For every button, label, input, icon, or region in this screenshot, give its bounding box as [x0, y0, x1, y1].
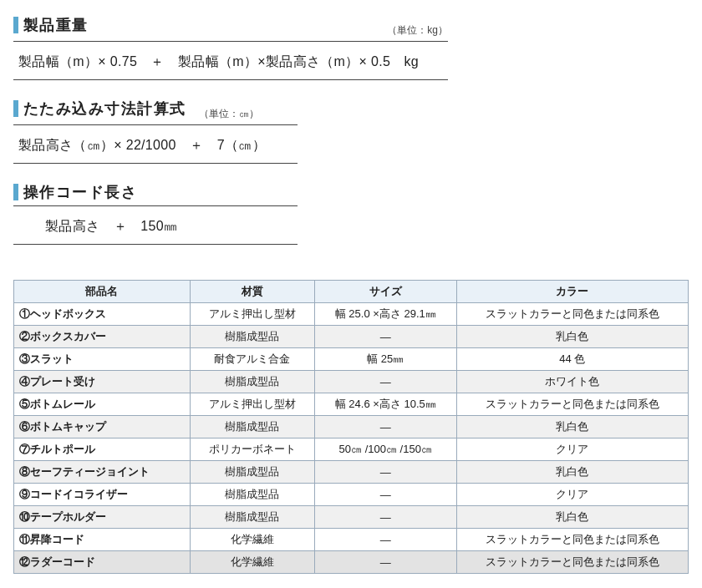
cell-size: ―: [314, 506, 456, 529]
table-row: ⑤ボトムレールアルミ押出し型材幅 24.6 ×高さ 10.5㎜スラットカラーと同…: [14, 393, 689, 416]
row-number-icon: ⑤: [19, 398, 30, 410]
part-name-text: スラット: [30, 352, 74, 365]
row-number-icon: ⑫: [19, 555, 30, 568]
part-name: ②ボックスカバー: [14, 326, 191, 348]
part-name-text: ボックスカバー: [30, 330, 106, 342]
part-name-text: セーフティージョイント: [30, 465, 150, 478]
part-name-text: コードイコライザー: [30, 488, 128, 500]
part-name: ④プレート受け: [14, 371, 191, 393]
part-name: ⑫ラダーコード: [14, 551, 191, 574]
table-row: ⑪昇降コード化学繊維―スラットカラーと同色または同系色: [14, 529, 689, 551]
cell-size: ―: [314, 461, 456, 484]
row-number-icon: ⑩: [19, 510, 30, 523]
table-row: ②ボックスカバー樹脂成型品―乳白色: [14, 326, 689, 348]
cell-material: 化学繊維: [190, 529, 314, 551]
cell-size: 幅 25.0 ×高さ 29.1㎜: [314, 303, 456, 326]
formula: 製品高さ ＋ 150㎜: [13, 206, 298, 245]
part-name-text: ボトムレール: [30, 398, 95, 410]
table-row: ③スラット耐食アルミ合金幅 25㎜44 色: [14, 348, 689, 371]
cell-color: ホワイト色: [456, 371, 688, 393]
cell-color: 44 色: [456, 348, 688, 371]
cell-size: ―: [314, 551, 456, 574]
part-name-text: ボトムキャップ: [30, 420, 106, 433]
part-name: ⑪昇降コード: [14, 529, 191, 551]
cell-material: 耐食アルミ合金: [190, 348, 314, 371]
col-header: カラー: [456, 281, 688, 303]
unit-label: （単位：kg）: [387, 23, 448, 38]
part-name: ⑥ボトムキャップ: [14, 416, 191, 438]
table-row: ⑥ボトムキャップ樹脂成型品―乳白色: [14, 416, 689, 438]
part-name-text: プレート受け: [30, 375, 95, 388]
cell-material: アルミ押出し型材: [190, 303, 314, 326]
section-header: 製品重量（単位：kg）: [13, 15, 448, 42]
cell-color: 乳白色: [456, 416, 688, 438]
cell-size: ―: [314, 529, 456, 551]
part-name: ③スラット: [14, 348, 191, 371]
cell-color: クリア: [456, 438, 688, 461]
section-1: たたみ込み寸法計算式（単位：㎝）製品高さ（㎝）× 22/1000 ＋ 7（㎝）: [13, 99, 689, 164]
table-row: ⑨コードイコライザー樹脂成型品―クリア: [14, 484, 689, 506]
section-2: 操作コード長さ製品高さ ＋ 150㎜: [13, 182, 689, 245]
section-title: 製品重量: [13, 15, 89, 35]
part-name: ⑧セーフティージョイント: [14, 461, 191, 484]
cell-color: スラットカラーと同色または同系色: [456, 303, 688, 326]
cell-color: 乳白色: [456, 506, 688, 529]
section-header: たたみ込み寸法計算式（単位：㎝）: [13, 99, 298, 125]
row-number-icon: ①: [19, 307, 30, 320]
cell-material: 樹脂成型品: [190, 461, 314, 484]
unit-label: （単位：㎝）: [199, 107, 259, 121]
table-row: ⑦チルトポールポリカーボネート50㎝ /100㎝ /150㎝クリア: [14, 438, 689, 461]
section-0: 製品重量（単位：kg）製品幅（m）× 0.75 ＋ 製品幅（m）×製品高さ（m）…: [13, 15, 689, 80]
cell-material: アルミ押出し型材: [190, 393, 314, 416]
part-name: ⑦チルトポール: [14, 438, 191, 461]
cell-size: ―: [314, 326, 456, 348]
row-number-icon: ③: [19, 352, 30, 365]
cell-material: 化学繊維: [190, 551, 314, 574]
part-name-text: テープホルダー: [30, 510, 106, 523]
part-name-text: ラダーコード: [30, 555, 95, 568]
part-name-text: ヘッドボックス: [30, 307, 106, 320]
cell-color: スラットカラーと同色または同系色: [456, 551, 688, 574]
row-number-icon: ④: [19, 375, 30, 388]
cell-size: 50㎝ /100㎝ /150㎝: [314, 438, 456, 461]
cell-color: スラットカラーと同色または同系色: [456, 529, 688, 551]
cell-color: スラットカラーと同色または同系色: [456, 393, 688, 416]
cell-material: 樹脂成型品: [190, 416, 314, 438]
row-number-icon: ⑪: [19, 533, 30, 545]
part-name: ⑩テープホルダー: [14, 506, 191, 529]
part-name: ⑨コードイコライザー: [14, 484, 191, 506]
cell-material: 樹脂成型品: [190, 371, 314, 393]
col-header: サイズ: [314, 281, 456, 303]
cell-color: クリア: [456, 484, 688, 506]
col-header: 材質: [190, 281, 314, 303]
cell-size: 幅 25㎜: [314, 348, 456, 371]
section-title: たたみ込み寸法計算式: [13, 99, 186, 119]
cell-material: 樹脂成型品: [190, 506, 314, 529]
cell-color: 乳白色: [456, 461, 688, 484]
cell-size: 幅 24.6 ×高さ 10.5㎜: [314, 393, 456, 416]
part-name: ⑤ボトムレール: [14, 393, 191, 416]
table-row: ④プレート受け樹脂成型品―ホワイト色: [14, 371, 689, 393]
cell-material: 樹脂成型品: [190, 484, 314, 506]
cell-size: ―: [314, 416, 456, 438]
section-header: 操作コード長さ: [13, 182, 298, 206]
cell-color: 乳白色: [456, 326, 688, 348]
cell-material: 樹脂成型品: [190, 326, 314, 348]
row-number-icon: ⑨: [19, 488, 30, 500]
part-name-text: 昇降コード: [30, 533, 84, 545]
cell-size: ―: [314, 371, 456, 393]
col-header: 部品名: [14, 281, 191, 303]
formula: 製品高さ（㎝）× 22/1000 ＋ 7（㎝）: [13, 125, 298, 164]
cell-material: ポリカーボネート: [190, 438, 314, 461]
formula: 製品幅（m）× 0.75 ＋ 製品幅（m）×製品高さ（m）× 0.5 kg: [13, 42, 448, 80]
row-number-icon: ⑧: [19, 465, 30, 478]
parts-table: 部品名材質サイズカラー ①ヘッドボックスアルミ押出し型材幅 25.0 ×高さ 2…: [13, 280, 689, 574]
row-number-icon: ⑦: [19, 443, 30, 455]
table-row: ⑧セーフティージョイント樹脂成型品―乳白色: [14, 461, 689, 484]
part-name-text: チルトポール: [30, 443, 95, 455]
table-row: ⑫ラダーコード化学繊維―スラットカラーと同色または同系色: [14, 551, 689, 574]
part-name: ①ヘッドボックス: [14, 303, 191, 326]
cell-size: ―: [314, 484, 456, 506]
section-title: 操作コード長さ: [13, 182, 137, 202]
table-row: ①ヘッドボックスアルミ押出し型材幅 25.0 ×高さ 29.1㎜スラットカラーと…: [14, 303, 689, 326]
